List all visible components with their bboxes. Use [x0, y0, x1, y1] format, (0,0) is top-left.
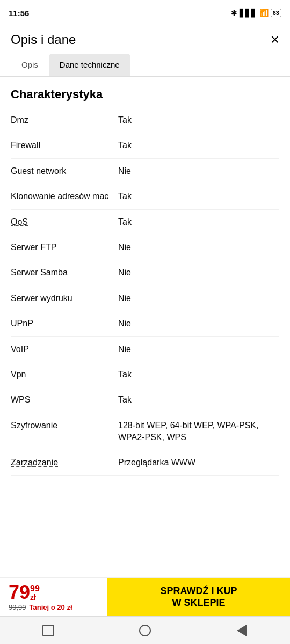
spec-row-vpn: Vpn Tak — [11, 362, 279, 387]
spec-value-upnp: Nie — [118, 318, 279, 330]
tab-opis[interactable]: Opis — [11, 54, 49, 76]
spec-label-dmz: Dmz — [11, 114, 118, 126]
spec-row-qos: QoS Tak — [11, 210, 279, 235]
spec-row-serwer-samba: Serwer Samba Nie — [11, 260, 279, 286]
close-button[interactable]: × — [271, 32, 279, 47]
spec-label-vpn: Vpn — [11, 369, 118, 380]
spec-row-upnp: UPnP Nie — [11, 311, 279, 336]
spec-label-qos: QoS — [11, 216, 118, 228]
status-bar: 11:56 ✱ ▋▋▋ 📶 63 — [0, 0, 290, 24]
wifi-icon: 📶 — [259, 9, 269, 17]
spec-label-serwer-wydruku: Serwer wydruku — [11, 292, 118, 304]
buy-button[interactable]: SPRAWDŹ I KUPW SKLEPIE — [107, 578, 290, 616]
spec-row-zarzadzanie: Zarządzanie Przeglądarka WWW — [11, 450, 279, 475]
spec-row-wps: WPS Tak — [11, 387, 279, 413]
spec-value-serwer-ftp: Nie — [118, 241, 279, 253]
nav-recents-icon — [42, 625, 54, 636]
spec-row-dmz: Dmz Tak — [11, 108, 279, 133]
spec-label-upnp: UPnP — [11, 318, 118, 330]
spec-value-zarzadzanie: Przeglądarka WWW — [118, 457, 279, 469]
price-section: 79 99 zł 99,99 Taniej o 20 zł — [0, 578, 107, 616]
spec-value-wps: Tak — [118, 394, 279, 406]
status-time: 11:56 — [9, 9, 29, 18]
spec-value-szyfrowanie: 128-bit WEP, 64-bit WEP, WPA-PSK, WPA2-P… — [118, 420, 279, 444]
tab-bar: Opis Dane techniczne — [0, 54, 290, 77]
spec-label-klonowanie: Klonowanie adresów mac — [11, 191, 118, 202]
signal-icon: ▋▋▋ — [240, 9, 257, 17]
spec-value-firewall: Tak — [118, 140, 279, 151]
price-decimal-unit: 99 zł — [30, 584, 40, 602]
price-integer: 79 — [9, 583, 30, 602]
status-icons: ✱ ▋▋▋ 📶 63 — [231, 9, 281, 17]
spec-value-klonowanie: Tak — [118, 191, 279, 202]
spec-label-guest-network: Guest network — [11, 165, 118, 177]
spec-content: Charakterystyka Dmz Tak Firewall Tak Gue… — [0, 77, 290, 551]
buy-button-label: SPRAWDŹ I KUPW SKLEPIE — [160, 586, 237, 609]
nav-home-button[interactable] — [134, 620, 156, 641]
spec-value-dmz: Tak — [118, 114, 279, 126]
bluetooth-icon: ✱ — [231, 9, 237, 17]
price-old-row: 99,99 Taniej o 20 zł — [9, 603, 73, 611]
spec-value-serwer-samba: Nie — [118, 267, 279, 279]
spec-label-wps: WPS — [11, 394, 118, 406]
navigation-bar — [0, 616, 290, 644]
spec-row-klonowanie: Klonowanie adresów mac Tak — [11, 184, 279, 209]
nav-back-button[interactable] — [231, 620, 252, 641]
spec-value-guest-network: Nie — [118, 165, 279, 177]
spec-label-zarzadzanie: Zarządzanie — [11, 457, 118, 469]
spec-label-firewall: Firewall — [11, 140, 118, 151]
price-decimal: 99 — [30, 584, 40, 594]
nav-recents-button[interactable] — [38, 620, 59, 641]
spec-value-vpn: Tak — [118, 369, 279, 380]
price-discount: Taniej o 20 zł — [30, 603, 73, 611]
price-old: 99,99 — [9, 603, 26, 611]
spec-row-firewall: Firewall Tak — [11, 133, 279, 158]
price-currency: zł — [30, 594, 40, 602]
dialog-header: Opis i dane × — [0, 24, 290, 54]
spec-label-szyfrowanie: Szyfrowanie — [11, 420, 118, 431]
price-main: 79 99 zł — [9, 583, 40, 602]
bottom-purchase-bar: 79 99 zł 99,99 Taniej o 20 zł SPRAWDŹ I … — [0, 577, 290, 616]
spec-value-voip: Nie — [118, 343, 279, 355]
spec-label-serwer-samba: Serwer Samba — [11, 267, 118, 279]
tab-dane-techniczne[interactable]: Dane techniczne — [49, 54, 130, 76]
spec-row-voip: VoIP Nie — [11, 337, 279, 362]
spec-label-serwer-ftp: Serwer FTP — [11, 241, 118, 253]
spec-row-szyfrowanie: Szyfrowanie 128-bit WEP, 64-bit WEP, WPA… — [11, 413, 279, 451]
battery-indicator: 63 — [271, 9, 281, 17]
spec-label-voip: VoIP — [11, 343, 118, 355]
nav-home-icon — [139, 625, 151, 636]
spec-row-guest-network: Guest network Nie — [11, 159, 279, 184]
spec-value-qos: Tak — [118, 216, 279, 228]
dialog-title: Opis i dane — [11, 32, 76, 47]
nav-back-icon — [237, 625, 247, 636]
spec-value-serwer-wydruku: Nie — [118, 292, 279, 304]
spec-row-serwer-wydruku: Serwer wydruku Nie — [11, 286, 279, 311]
section-title: Charakterystyka — [11, 77, 279, 108]
spec-row-serwer-ftp: Serwer FTP Nie — [11, 235, 279, 260]
